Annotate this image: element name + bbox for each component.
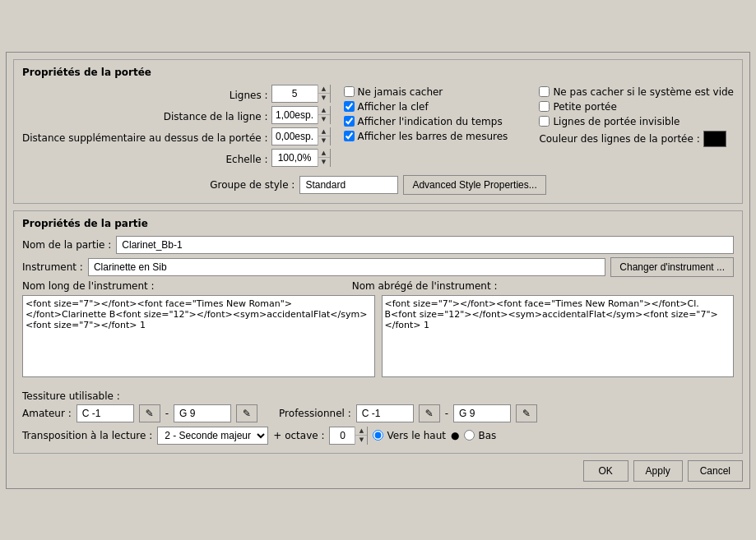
pro-from-input[interactable]: [356, 404, 414, 422]
ne-pas-cacher-sys-group: Ne pas cacher si le système est vide: [539, 86, 734, 98]
echelle-up[interactable]: ▲: [318, 149, 330, 158]
pro-to-input[interactable]: [453, 404, 511, 422]
advanced-style-button[interactable]: Advanced Style Properties...: [403, 175, 545, 195]
distance-ligne-label: Distance de la ligne :: [164, 111, 268, 122]
octave-up[interactable]: ▲: [355, 427, 367, 436]
ne-pas-cacher-sys-label: Ne pas cacher si le système est vide: [553, 86, 734, 98]
distance-ligne-down[interactable]: ▼: [318, 115, 330, 124]
pro-from-edit-btn[interactable]: ✎: [419, 404, 440, 422]
nom-abrege-textarea[interactable]: <font size="7"></font><font face="Times …: [382, 295, 735, 377]
distance-ligne-arrows[interactable]: ▲ ▼: [318, 106, 330, 124]
bas-group: Bas: [464, 430, 496, 441]
nom-partie-label: Nom de la partie :: [22, 239, 111, 251]
octave-label: + octave :: [273, 430, 324, 441]
afficher-indication-label: Afficher l'indication du temps: [358, 116, 503, 127]
bullet-sep: ●: [451, 430, 459, 441]
style-row: Groupe de style : Advanced Style Propert…: [22, 175, 734, 195]
bas-label: Bas: [478, 430, 496, 441]
lignes-invisible-checkbox[interactable]: [539, 116, 550, 127]
vers-haut-label: Vers le haut: [387, 430, 445, 441]
groupe-style-label: Groupe de style :: [210, 179, 295, 191]
amateur-dash: -: [165, 408, 169, 419]
echelle-down[interactable]: ▼: [318, 158, 330, 167]
nom-long-textarea[interactable]: <font size="7"></font><font face="Times …: [22, 295, 375, 377]
color-picker[interactable]: [703, 131, 726, 147]
lignes-label: Lignes :: [230, 90, 268, 101]
ok-button[interactable]: OK: [583, 460, 628, 482]
tessiture-row: Amateur : ✎ - ✎ Professionnel : ✎ - ✎: [22, 404, 734, 422]
distance-ligne-up[interactable]: ▲: [318, 106, 330, 115]
amateur-to-input[interactable]: [174, 404, 231, 422]
couleur-row: Couleur des lignes de la portée :: [539, 131, 726, 147]
petite-portee-label: Petite portée: [553, 101, 617, 113]
petite-portee-group: Petite portée: [539, 101, 617, 113]
cancel-button[interactable]: Cancel: [688, 460, 743, 482]
afficher-barres-group: Afficher les barres de mesures: [344, 131, 508, 142]
lignes-invisible-label: Lignes de portée invisible: [553, 116, 679, 127]
afficher-indication-checkbox[interactable]: [344, 116, 355, 127]
octave-input[interactable]: [330, 428, 355, 443]
afficher-clef-group: Afficher la clef: [344, 101, 508, 113]
ne-pas-cacher-sys-checkbox[interactable]: [539, 86, 550, 97]
nom-long-label: Nom long de l'instrument :: [22, 280, 155, 292]
partie-section-title: Propriétés de la partie: [22, 218, 734, 229]
portee-section: Propriétés de la portée Lignes : Distanc…: [13, 59, 743, 204]
distance-ligne-input[interactable]: [272, 108, 318, 122]
transposition-label: Transposition à la lecture :: [22, 430, 152, 441]
distance-sup-up[interactable]: ▲: [318, 127, 330, 136]
distance-sup-down[interactable]: ▼: [318, 136, 330, 145]
afficher-clef-label: Afficher la clef: [358, 101, 429, 113]
nom-partie-input[interactable]: [116, 236, 734, 254]
couleur-label: Couleur des lignes de la portée :: [539, 133, 699, 145]
distance-sup-label: Distance supplémentaire au dessus de la …: [22, 132, 268, 144]
pro-to-edit-btn[interactable]: ✎: [516, 404, 537, 422]
bottom-buttons: OK Apply Cancel: [13, 460, 743, 482]
amateur-from-edit-btn[interactable]: ✎: [139, 404, 160, 422]
lignes-spinbox[interactable]: ▲ ▼: [271, 85, 331, 103]
octave-arrows[interactable]: ▲ ▼: [355, 427, 367, 445]
instrument-label: Instrument :: [22, 261, 83, 273]
ne-jamais-cacher-group: Ne jamais cacher: [344, 86, 508, 98]
apply-button[interactable]: Apply: [633, 460, 683, 482]
tessiture-label: Tessiture utilisable :: [22, 390, 734, 402]
lignes-up-arrow[interactable]: ▲: [318, 85, 330, 94]
distance-sup-arrows[interactable]: ▲ ▼: [318, 127, 330, 145]
octave-spinbox[interactable]: ▲ ▼: [329, 427, 368, 445]
professionnel-label: Professionnel :: [279, 408, 351, 419]
octave-down[interactable]: ▼: [355, 436, 367, 445]
distance-sup-spinbox[interactable]: ▲ ▼: [271, 127, 331, 145]
instrument-row: Instrument : Changer d'instrument ...: [22, 257, 734, 277]
vers-haut-radio[interactable]: [373, 430, 383, 441]
amateur-label: Amateur :: [22, 408, 72, 419]
afficher-barres-label: Afficher les barres de mesures: [358, 131, 508, 142]
petite-portee-checkbox[interactable]: [539, 101, 550, 112]
instrument-input[interactable]: [88, 258, 605, 276]
distance-sup-input[interactable]: [272, 129, 318, 144]
ne-jamais-cacher-label: Ne jamais cacher: [358, 86, 443, 98]
transposition-row: Transposition à la lecture : 2 - Seconde…: [22, 427, 734, 445]
lignes-down-arrow[interactable]: ▼: [318, 94, 330, 103]
ne-jamais-cacher-checkbox[interactable]: [344, 86, 355, 97]
portee-section-title: Propriétés de la portée: [22, 67, 734, 78]
bas-radio[interactable]: [464, 430, 475, 441]
lignes-input[interactable]: [272, 86, 318, 101]
tessiture-section: Tessiture utilisable : Amateur : ✎ - ✎ P…: [22, 390, 734, 422]
nom-partie-row: Nom de la partie :: [22, 236, 734, 254]
echelle-input[interactable]: [272, 150, 318, 165]
nom-abrege-label: Nom abrégé de l'instrument :: [352, 280, 498, 292]
pro-dash: -: [445, 408, 448, 419]
amateur-to-edit-btn[interactable]: ✎: [236, 404, 257, 422]
main-dialog: Propriétés de la portée Lignes : Distanc…: [6, 52, 750, 489]
changer-instrument-button[interactable]: Changer d'instrument ...: [610, 257, 734, 277]
names-section: <font size="7"></font><font face="Times …: [22, 295, 734, 385]
lignes-invisible-group: Lignes de portée invisible: [539, 116, 679, 127]
transposition-select[interactable]: 2 - Seconde majeur: [157, 427, 268, 445]
amateur-from-input[interactable]: [77, 404, 134, 422]
echelle-spinbox[interactable]: ▲ ▼: [271, 149, 331, 167]
afficher-barres-checkbox[interactable]: [344, 131, 355, 141]
distance-ligne-spinbox[interactable]: ▲ ▼: [271, 106, 331, 124]
afficher-clef-checkbox[interactable]: [344, 101, 355, 112]
lignes-arrows[interactable]: ▲ ▼: [318, 85, 330, 103]
groupe-style-input[interactable]: [299, 176, 398, 194]
echelle-arrows[interactable]: ▲ ▼: [318, 149, 330, 167]
